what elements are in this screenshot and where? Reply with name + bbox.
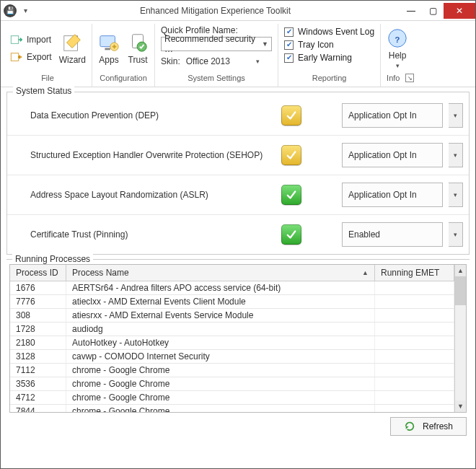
section-title-processes: Running Processes [12, 254, 93, 264]
import-icon [9, 33, 22, 46]
table-row[interactable]: 308atiesrxx - AMD External Events Servic… [10, 309, 454, 323]
help-icon: ? [387, 27, 408, 49]
help-label: Help [389, 51, 407, 61]
scroll-thumb[interactable] [455, 276, 466, 305]
ribbon-group-label-reporting: Reporting [284, 72, 374, 85]
chevron-down-icon[interactable]: ▾ [396, 62, 400, 69]
status-dropdown-button[interactable]: ▾ [449, 143, 463, 167]
cell-pname: AERTSr64 - Andrea filters APO access ser… [66, 281, 375, 294]
cell-pid: 3536 [10, 377, 66, 390]
table-row[interactable]: 3128cavwp - COMODO Internet Security [10, 350, 454, 364]
table-row[interactable]: 1728audiodg [10, 323, 454, 336]
cell-pid: 1728 [10, 323, 66, 336]
cell-pid: 4712 [10, 391, 66, 404]
window-title: Enhanced Mitigation Experience Toolkit [30, 6, 400, 16]
import-button[interactable]: Import [9, 33, 52, 46]
qatoolbar-dropdown-icon[interactable]: ▾ [21, 6, 30, 14]
checkbox-label: Tray Icon [298, 40, 334, 50]
ribbon-group-label-file: File [9, 72, 86, 85]
wizard-button[interactable]: Wizard [59, 32, 86, 65]
cell-pname: cavwp - COMODO Internet Security [66, 350, 375, 363]
skin-label: Skin: [161, 56, 180, 66]
status-label: Structured Exception Handler Overwrite P… [13, 150, 276, 160]
status-label: Certificate Trust (Pinning) [13, 229, 276, 240]
status-toggle[interactable] [281, 224, 301, 245]
table-row[interactable]: 7844chrome - Google Chrome [10, 405, 454, 412]
cell-pname: chrome - Google Chrome [66, 364, 375, 377]
col-process-id[interactable]: Process ID [10, 265, 66, 281]
status-dropdown-button[interactable]: ▾ [449, 183, 463, 207]
ribbon-group-system-settings: Quick Profile Name: Recommended security… [155, 24, 278, 87]
cell-pid: 308 [10, 309, 66, 322]
ribbon-group-label-config: Configuration [98, 72, 149, 85]
ribbon-group-configuration: Apps Trust Configuration [92, 24, 155, 87]
scroll-down-icon[interactable]: ▼ [455, 400, 466, 412]
status-dropdown-button[interactable]: ▾ [449, 103, 463, 128]
status-dropdown[interactable]: Application Opt In [342, 183, 443, 207]
status-toggle[interactable] [281, 105, 301, 126]
skin-select[interactable]: Office 2013 ▾ [183, 54, 263, 69]
status-label: Data Execution Prevention (DEP) [13, 110, 276, 120]
ribbon: Import Export Wizard File Ap [1, 21, 475, 87]
export-icon [9, 51, 22, 63]
trust-label: Trust [128, 55, 148, 65]
status-dropdown[interactable]: Application Opt In [342, 143, 443, 167]
table-row[interactable]: 1676AERTSr64 - Andrea filters APO access… [10, 281, 454, 295]
table-row[interactable]: 2180AutoHotkey - AutoHotkey [10, 336, 454, 350]
cell-pname: chrome - Google Chrome [66, 377, 375, 390]
app-window: 💾 ▾ Enhanced Mitigation Experience Toolk… [0, 0, 476, 469]
status-row: Data Execution Prevention (DEP)Applicati… [7, 96, 469, 136]
cell-running-emet [375, 391, 454, 404]
status-dropdown-button[interactable]: ▾ [449, 222, 463, 247]
table-row[interactable]: 3536chrome - Google Chrome [10, 377, 454, 391]
table-row[interactable]: 4712chrome - Google Chrome [10, 391, 454, 405]
close-button[interactable]: ✕ [444, 3, 475, 19]
cell-pname: chrome - Google Chrome [66, 391, 375, 404]
quick-profile-value: Recommended security … [164, 34, 262, 54]
table-row[interactable]: 7776atieclxx - AMD External Events Clien… [10, 295, 454, 309]
trust-button[interactable]: Trust [127, 32, 149, 65]
col-running-emet[interactable]: Running EMET [375, 265, 454, 281]
cell-pid: 3128 [10, 350, 66, 363]
vertical-scrollbar[interactable]: ▲ ▼ [454, 265, 466, 412]
minimize-button[interactable]: — [400, 3, 422, 19]
status-dropdown[interactable]: Enabled [342, 222, 443, 247]
col-label: Process Name [72, 268, 129, 278]
trust-icon [127, 32, 149, 53]
cell-running-emet [375, 377, 454, 390]
checkbox-tray-icon[interactable]: ✔ Tray Icon [284, 40, 374, 50]
status-dropdown[interactable]: Application Opt In [342, 103, 443, 128]
checkbox-early-warning[interactable]: ✔ Early Warning [284, 53, 374, 63]
cell-running-emet [375, 336, 454, 349]
svg-rect-7 [113, 45, 117, 47]
grid-header: Process ID Process Name ▲ Running EMET [10, 265, 454, 281]
scroll-up-icon[interactable]: ▲ [455, 265, 466, 276]
refresh-button[interactable]: Refresh [390, 417, 467, 436]
check-icon [285, 188, 298, 201]
status-row: Certificate Trust (Pinning)Enabled▾ [7, 215, 469, 254]
cell-pid: 1676 [10, 281, 66, 294]
wizard-icon [61, 32, 83, 53]
cell-pid: 2180 [10, 336, 66, 349]
cell-running-emet [375, 364, 454, 377]
ribbon-group-info: ? Help ▾ Info ↘ [381, 24, 420, 87]
checkbox-icon: ✔ [284, 53, 294, 63]
status-toggle[interactable] [281, 145, 301, 165]
export-label: Export [27, 52, 52, 62]
quick-profile-select[interactable]: Recommended security … ▼ [161, 37, 272, 51]
maximize-button[interactable]: ▢ [422, 3, 444, 19]
apps-button[interactable]: Apps [98, 32, 120, 65]
status-toggle[interactable] [281, 185, 301, 205]
cell-running-emet [375, 350, 454, 363]
cell-pname: atieclxx - AMD External Events Client Mo… [66, 295, 375, 308]
export-button[interactable]: Export [9, 51, 52, 63]
app-menu-icon[interactable]: 💾 [4, 4, 17, 17]
col-process-name[interactable]: Process Name ▲ [66, 265, 375, 281]
dialog-launcher-icon[interactable]: ↘ [405, 74, 414, 82]
skin-value: Office 2013 [186, 56, 230, 66]
help-button[interactable]: ? Help ▾ [387, 27, 408, 69]
refresh-label: Refresh [423, 421, 453, 431]
table-row[interactable]: 7112chrome - Google Chrome [10, 364, 454, 377]
checkbox-event-log[interactable]: ✔ Windows Event Log [284, 27, 374, 37]
cell-pid: 7112 [10, 364, 66, 377]
